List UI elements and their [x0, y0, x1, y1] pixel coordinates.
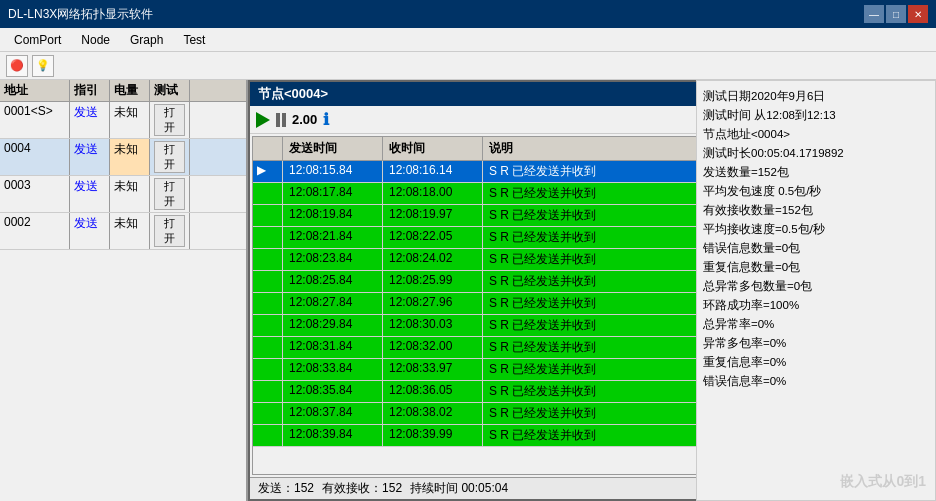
stats-line-3: 测试时长00:05:04.1719892	[703, 144, 929, 163]
row-send-1: 12:08:17.84	[283, 183, 383, 204]
stats-line-14: 重复信息率=0%	[703, 353, 929, 372]
menu-item-graph[interactable]: Graph	[120, 31, 173, 49]
maximize-button[interactable]: □	[886, 5, 906, 23]
left-row-2[interactable]: 0003发送未知打开	[0, 176, 246, 213]
minimize-button[interactable]: —	[864, 5, 884, 23]
menu-bar: ComPortNodeGraphTest	[0, 28, 936, 52]
stats-line-0: 测试日期2020年9月6日	[703, 87, 929, 106]
toolbar: 🔴 💡	[0, 52, 936, 80]
row-recv-10: 12:08:36.05	[383, 381, 483, 402]
row-recv-1: 12:08:18.00	[383, 183, 483, 204]
col-send-time: 发送时间	[283, 137, 383, 160]
right-area: 节点<0004> ✕ 2.00 ℹ 发送时间 收时间 说明 ▶1	[248, 80, 936, 501]
left-test-0[interactable]: 打开	[150, 102, 190, 138]
row-recv-4: 12:08:24.02	[383, 249, 483, 270]
stats-line-1: 测试时间 从12:08到12:13	[703, 106, 929, 125]
info-icon[interactable]: ℹ	[323, 110, 329, 129]
left-power-0: 未知	[110, 102, 150, 138]
row-recv-11: 12:08:38.02	[383, 403, 483, 424]
stats-line-6: 有效接收数量=152包	[703, 201, 929, 220]
row-recv-9: 12:08:33.97	[383, 359, 483, 380]
speed-value: 2.00	[292, 112, 317, 127]
col-test: 测试	[150, 80, 190, 101]
stats-line-5: 平均发包速度 0.5包/秒	[703, 182, 929, 201]
status-recv: 有效接收：152	[322, 480, 402, 497]
col-recv-time: 收时间	[383, 137, 483, 160]
close-button[interactable]: ✕	[908, 5, 928, 23]
row-send-8: 12:08:31.84	[283, 337, 383, 358]
col-power: 电量	[110, 80, 150, 101]
row-arrow-4	[253, 249, 283, 270]
row-arrow-6	[253, 293, 283, 314]
status-send: 发送：152	[258, 480, 314, 497]
stats-panel: 测试日期2020年9月6日测试时间 从12:08到12:13节点地址<0004>…	[696, 80, 936, 501]
left-rows-container: 0001<S>发送未知打开0004发送未知打开0003发送未知打开0002发送未…	[0, 102, 246, 250]
left-test-3[interactable]: 打开	[150, 213, 190, 249]
status-duration: 持续时间 00:05:04	[410, 480, 508, 497]
open-btn-2[interactable]: 打开	[154, 178, 185, 210]
left-power-2: 未知	[110, 176, 150, 212]
stats-line-7: 平均接收速度=0.5包/秒	[703, 220, 929, 239]
main-layout: 地址 指引 电量 测试 0001<S>发送未知打开0004发送未知打开0003发…	[0, 80, 936, 501]
row-send-4: 12:08:23.84	[283, 249, 383, 270]
left-test-2[interactable]: 打开	[150, 176, 190, 212]
row-recv-2: 12:08:19.97	[383, 205, 483, 226]
open-btn-3[interactable]: 打开	[154, 215, 185, 247]
dialog-title: 节点<0004>	[258, 85, 328, 103]
menu-item-node[interactable]: Node	[71, 31, 120, 49]
row-arrow-1	[253, 183, 283, 204]
col-guide: 指引	[70, 80, 110, 101]
stats-line-4: 发送数量=152包	[703, 163, 929, 182]
left-power-3: 未知	[110, 213, 150, 249]
left-row-3[interactable]: 0002发送未知打开	[0, 213, 246, 250]
row-recv-3: 12:08:22.05	[383, 227, 483, 248]
pause-button[interactable]	[276, 113, 286, 127]
row-arrow-7	[253, 315, 283, 336]
row-recv-7: 12:08:30.03	[383, 315, 483, 336]
menu-item-comport[interactable]: ComPort	[4, 31, 71, 49]
left-guide-0: 发送	[70, 102, 110, 138]
pause-bar-left	[276, 113, 280, 127]
toolbar-icon-1[interactable]: 🔴	[6, 55, 28, 77]
left-addr-1: 0004	[0, 139, 70, 175]
open-btn-1[interactable]: 打开	[154, 141, 185, 173]
row-arrow-12	[253, 425, 283, 446]
left-guide-2: 发送	[70, 176, 110, 212]
row-send-11: 12:08:37.84	[283, 403, 383, 424]
row-send-0: 12:08:15.84	[283, 161, 383, 182]
row-recv-5: 12:08:25.99	[383, 271, 483, 292]
open-btn-0[interactable]: 打开	[154, 104, 185, 136]
row-recv-0: 12:08:16.14	[383, 161, 483, 182]
row-arrow-0: ▶	[253, 161, 283, 182]
row-arrow-5	[253, 271, 283, 292]
stats-line-9: 重复信息数量=0包	[703, 258, 929, 277]
left-addr-2: 0003	[0, 176, 70, 212]
left-power-1: 未知	[110, 139, 150, 175]
left-table-header: 地址 指引 电量 测试	[0, 80, 246, 102]
watermark: 嵌入式从0到1	[840, 473, 926, 491]
row-recv-6: 12:08:27.96	[383, 293, 483, 314]
stats-line-13: 异常多包率=0%	[703, 334, 929, 353]
stats-line-8: 错误信息数量=0包	[703, 239, 929, 258]
row-arrow-8	[253, 337, 283, 358]
row-arrow-3	[253, 227, 283, 248]
play-button[interactable]	[256, 112, 270, 128]
row-arrow-2	[253, 205, 283, 226]
row-send-6: 12:08:27.84	[283, 293, 383, 314]
stats-line-12: 总异常率=0%	[703, 315, 929, 334]
toolbar-icon-2[interactable]: 💡	[32, 55, 54, 77]
left-addr-0: 0001<S>	[0, 102, 70, 138]
row-arrow-9	[253, 359, 283, 380]
stats-line-10: 总异常多包数量=0包	[703, 277, 929, 296]
row-recv-12: 12:08:39.99	[383, 425, 483, 446]
col-addr: 地址	[0, 80, 70, 101]
row-arrow-11	[253, 403, 283, 424]
left-test-1[interactable]: 打开	[150, 139, 190, 175]
row-arrow-10	[253, 381, 283, 402]
left-guide-3: 发送	[70, 213, 110, 249]
menu-item-test[interactable]: Test	[173, 31, 215, 49]
left-row-0[interactable]: 0001<S>发送未知打开	[0, 102, 246, 139]
left-guide-1: 发送	[70, 139, 110, 175]
row-send-2: 12:08:19.84	[283, 205, 383, 226]
left-row-1[interactable]: 0004发送未知打开	[0, 139, 246, 176]
